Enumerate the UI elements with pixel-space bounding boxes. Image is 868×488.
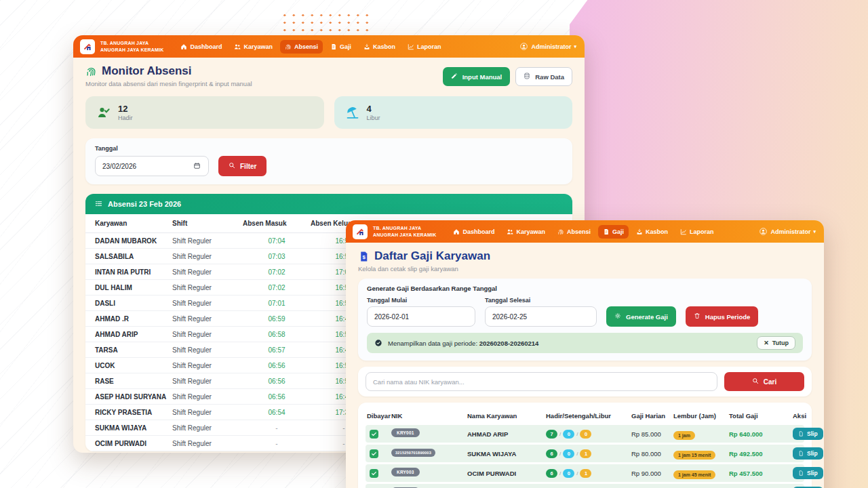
users-icon — [507, 228, 513, 235]
home-icon — [453, 228, 460, 235]
raw-data-button[interactable]: Raw Data — [515, 67, 572, 86]
stat-value: 4 — [367, 104, 380, 114]
employee-name: DASLI — [95, 296, 172, 310]
nav-item-karyawan[interactable]: Karyawan — [229, 40, 277, 54]
attendance-badges: 6/ 0/ 1 — [546, 449, 631, 458]
shift: Shift Reguler — [172, 420, 243, 435]
gaji-column-headers: DibayarNIKNama KaryawanHadir/Setengah/Li… — [366, 407, 804, 425]
hadir-badge: 6 — [546, 469, 557, 478]
users-icon — [234, 43, 241, 50]
gaji-harian: Rp 90.000 — [631, 470, 673, 477]
libur-badge: 1 — [580, 469, 591, 478]
input-manual-button[interactable]: Input Manual — [443, 67, 511, 86]
period-alert: Menampilkan data gaji periode: 20260208-… — [367, 333, 803, 353]
pencil-icon — [451, 73, 459, 81]
shift: Shift Reguler — [172, 358, 243, 373]
nav-item-gaji[interactable]: Gaji — [598, 225, 629, 239]
column-header: Absen Masuk — [243, 214, 311, 232]
shift: Shift Reguler — [172, 373, 243, 388]
column-header: Hadir/Setengah/Libur — [545, 407, 630, 425]
shift: Shift Reguler — [172, 280, 243, 295]
table-row[interactable]: KRY004 RASE 6/ 0/ 1 Rp 85.000 2 jam 45 m… — [366, 484, 804, 488]
kasbon-icon — [363, 43, 370, 50]
gaji-harian: Rp 85.000 — [631, 430, 673, 438]
shift: Shift Reguler — [172, 436, 243, 451]
table-row[interactable]: KRY001 AHMAD ARIP 7/ 0/ 0 Rp 85.000 1 ja… — [366, 425, 804, 443]
end-date-input[interactable]: 2026-02-25 — [485, 306, 597, 327]
employee-name: SALSABILA — [95, 249, 172, 264]
shift: Shift Reguler — [172, 233, 243, 248]
employee-name: ASEP HADI SURYANA — [95, 389, 172, 404]
search-icon — [752, 378, 760, 386]
calendar-icon — [193, 162, 201, 170]
total-gaji: Rp 492.500 — [729, 450, 793, 458]
chart-icon — [408, 43, 414, 50]
paid-checkbox[interactable] — [370, 430, 378, 439]
cari-button[interactable]: Cari — [724, 372, 804, 391]
user-name: Administrator — [770, 228, 810, 235]
kasbon-icon — [636, 228, 643, 235]
column-header: Karyawan — [95, 214, 172, 232]
column-header: Shift — [172, 214, 243, 232]
check-circle-icon — [374, 339, 382, 347]
user-menu[interactable]: Administrator ▾ — [760, 228, 816, 236]
paid-checkbox[interactable] — [370, 469, 378, 478]
nav-item-dashboard[interactable]: Dashboard — [448, 225, 499, 239]
total-gaji: Rp 457.500 — [729, 470, 793, 477]
nav-item-kasbon[interactable]: Kasbon — [359, 40, 400, 54]
table-row[interactable]: 3215250701890003 SUKMA WIJAYA 6/ 0/ 1 Rp… — [366, 445, 804, 462]
nav-item-laporan[interactable]: Laporan — [675, 225, 719, 239]
total-gaji: Rp 640.000 — [729, 430, 793, 438]
employee-name: OCIM PURWADI — [95, 436, 172, 451]
table-row[interactable]: KRY003 OCIM PURWADI 6/ 0/ 1 Rp 90.000 1 … — [366, 464, 804, 482]
nav-item-karyawan[interactable]: Karyawan — [502, 225, 550, 239]
company-logo-icon — [356, 228, 364, 236]
stat-card-libur: 4 Libur — [334, 96, 573, 129]
nav-item-gaji[interactable]: Gaji — [326, 40, 356, 54]
filter-button[interactable]: Filter — [218, 156, 267, 176]
nav-item-absensi[interactable]: Absensi — [280, 40, 323, 54]
start-date-input[interactable]: 2026-02-01 — [367, 306, 475, 327]
invoice-icon — [603, 228, 610, 235]
user-icon — [520, 43, 528, 51]
hadir-badge: 7 — [546, 430, 557, 439]
nav-item-kasbon[interactable]: Kasbon — [631, 225, 673, 239]
brand-name: TB. ANUGRAH JAYAANUGRAH JAYA KERAMIK — [100, 40, 163, 52]
company-logo-icon — [83, 43, 92, 51]
fingerprint-icon — [285, 43, 292, 50]
page-subtitle: Monitor data absensi dari mesin fingerpr… — [85, 80, 252, 87]
hapus-periode-button[interactable]: Hapus Periode — [686, 306, 759, 327]
setengah-badge: 0 — [563, 430, 574, 439]
nav-item-dashboard[interactable]: Dashboard — [176, 40, 226, 54]
file-icon — [798, 470, 804, 476]
gears-icon — [614, 312, 623, 321]
employee-name: UCOK — [95, 358, 172, 373]
chevron-down-icon: ▾ — [813, 229, 816, 235]
fingerprint-icon — [85, 66, 97, 77]
shift: Shift Reguler — [172, 296, 243, 310]
shift: Shift Reguler — [172, 327, 243, 342]
generate-gaji-button[interactable]: Generate Gaji — [606, 306, 676, 327]
shift: Shift Reguler — [172, 405, 243, 420]
tutup-button[interactable]: ✕ Tutup — [757, 336, 795, 350]
brand-logo[interactable] — [80, 39, 95, 54]
search-input[interactable] — [366, 372, 717, 391]
list-icon — [95, 200, 103, 208]
slip-button[interactable]: Slip — [793, 467, 823, 479]
chevron-down-icon: ▾ — [574, 44, 576, 49]
column-header: Nama Karyawan — [466, 407, 545, 425]
slip-button[interactable]: Slip — [793, 447, 823, 460]
brand-logo[interactable] — [353, 224, 368, 239]
nav-item-laporan[interactable]: Laporan — [403, 40, 446, 54]
gaji-harian: Rp 80.000 — [631, 450, 673, 458]
nav-menu: DashboardKaryawanAbsensiGajiKasbonLapora… — [176, 40, 515, 54]
column-header: Dibayar — [366, 407, 390, 425]
slip-button[interactable]: Slip — [793, 428, 823, 440]
shift: Shift Reguler — [172, 249, 243, 264]
user-menu[interactable]: Administrator ▾ — [520, 43, 576, 51]
nav-item-absensi[interactable]: Absensi — [553, 225, 595, 239]
paid-checkbox[interactable] — [370, 449, 378, 458]
date-input[interactable]: 23/02/2026 — [95, 156, 209, 176]
employee-name: TARSA — [95, 342, 172, 357]
svg-text:$: $ — [362, 253, 366, 260]
